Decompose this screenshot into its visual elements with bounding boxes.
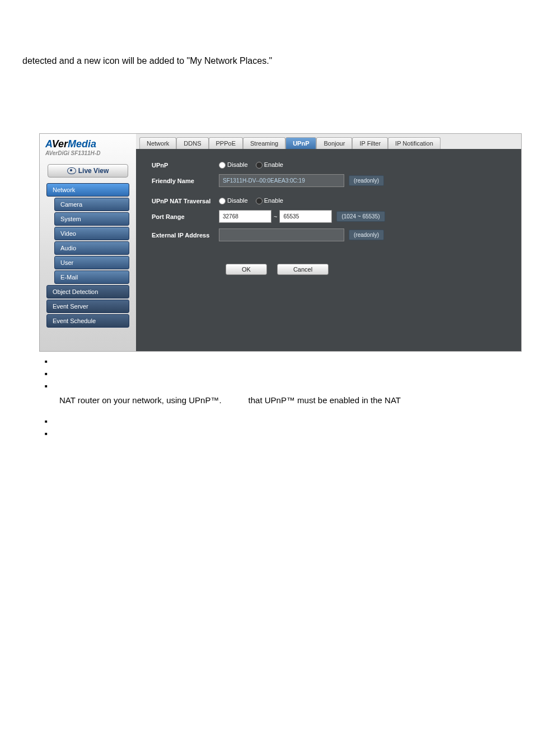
- logo-sub: AVerDiGi SF1311H-D: [45, 150, 130, 156]
- live-view-button[interactable]: Live View: [48, 164, 128, 178]
- upnp-label: UPnP: [152, 162, 219, 169]
- sidebar-item-object-detection[interactable]: Object Detection: [46, 285, 129, 298]
- live-view-label: Live View: [78, 167, 109, 175]
- tab-streaming[interactable]: Streaming: [243, 137, 285, 149]
- tab-ddns[interactable]: DDNS: [176, 137, 208, 149]
- sidebar-item-e-mail[interactable]: E-Mail: [54, 270, 129, 284]
- tab-pppoe[interactable]: PPPoE: [209, 137, 243, 149]
- port-to-input[interactable]: [279, 210, 332, 223]
- below-text-1: NAT router on your network, using UPnP™.: [59, 395, 222, 405]
- tab-ip-filter[interactable]: IP Filter: [352, 137, 388, 149]
- cancel-button[interactable]: Cancel: [277, 264, 329, 275]
- ext-ip-label: External IP Address: [152, 232, 219, 239]
- upnp-disable-text: Disable: [227, 161, 248, 168]
- sidebar-item-user[interactable]: User: [54, 256, 129, 269]
- sidebar-item-system[interactable]: System: [54, 212, 129, 226]
- nat-disable-radio[interactable]: Disable: [219, 197, 248, 204]
- eye-icon: [67, 167, 76, 174]
- logo-a: A: [45, 138, 52, 150]
- port-dash: ~: [274, 213, 277, 220]
- logo-ver: Ver: [52, 138, 68, 150]
- tab-network[interactable]: Network: [139, 137, 176, 149]
- bullet-item: [45, 416, 512, 426]
- tab-upnp[interactable]: UPnP: [285, 137, 316, 149]
- sidebar-item-event-schedule[interactable]: Event Schedule: [46, 314, 129, 328]
- upnp-enable-text: Enable: [264, 161, 283, 168]
- intro-text: detected and a new icon will be added to…: [22, 56, 512, 66]
- sidebar-item-audio[interactable]: Audio: [54, 241, 129, 255]
- ext-ip-readonly: (readonly): [349, 230, 384, 240]
- ok-button[interactable]: OK: [226, 264, 267, 275]
- friendly-name-readonly: (readonly): [349, 175, 384, 186]
- port-from-input[interactable]: [219, 210, 271, 223]
- sidebar-item-network[interactable]: Network: [46, 183, 129, 197]
- main-panel: NetworkDDNSPPPoEStreamingUPnPBonjourIP F…: [136, 134, 521, 351]
- friendly-name-label: Friendly Name: [152, 178, 219, 184]
- friendly-name-input[interactable]: [219, 174, 344, 187]
- port-hint: (1024 ~ 65535): [336, 211, 385, 222]
- logo: AVerMedia AVerDiGi SF1311H-D: [43, 137, 133, 157]
- bullet-list-2: [45, 416, 512, 438]
- port-range-label: Port Range: [152, 213, 219, 220]
- upnp-disable-radio[interactable]: Disable: [219, 161, 248, 169]
- sidebar-item-camera[interactable]: Camera: [54, 198, 129, 211]
- bullet-item: [45, 356, 512, 366]
- bullet-item: [45, 368, 512, 379]
- sidebar-item-video[interactable]: Video: [54, 227, 129, 240]
- tab-bonjour[interactable]: Bonjour: [316, 137, 352, 149]
- nat-disable-text: Disable: [227, 197, 248, 204]
- form-area: UPnP Disable Enable Friendly Name (reado…: [136, 149, 521, 253]
- bullet-item: [45, 428, 512, 438]
- nat-enable-text: Enable: [264, 197, 283, 204]
- nat-enable-radio[interactable]: Enable: [256, 197, 283, 204]
- nat-label: UPnP NAT Traversal: [152, 198, 219, 204]
- tab-ip-notification[interactable]: IP Notification: [388, 137, 441, 149]
- ext-ip-input[interactable]: [219, 228, 344, 241]
- below-text-row: NAT router on your network, using UPnP™.…: [59, 395, 512, 405]
- sidebar-item-event-server[interactable]: Event Server: [46, 300, 129, 313]
- logo-m: Media: [68, 138, 96, 150]
- below-text-2: that UPnP™ must be enabled in the NAT: [249, 395, 401, 405]
- tabs: NetworkDDNSPPPoEStreamingUPnPBonjourIP F…: [136, 134, 521, 149]
- sidebar: AVerMedia AVerDiGi SF1311H-D Live View N…: [40, 134, 136, 351]
- bullet-item: [45, 381, 512, 391]
- bullet-list-1: [45, 356, 512, 391]
- upnp-enable-radio[interactable]: Enable: [256, 161, 283, 169]
- app-window: AVerMedia AVerDiGi SF1311H-D Live View N…: [39, 133, 522, 352]
